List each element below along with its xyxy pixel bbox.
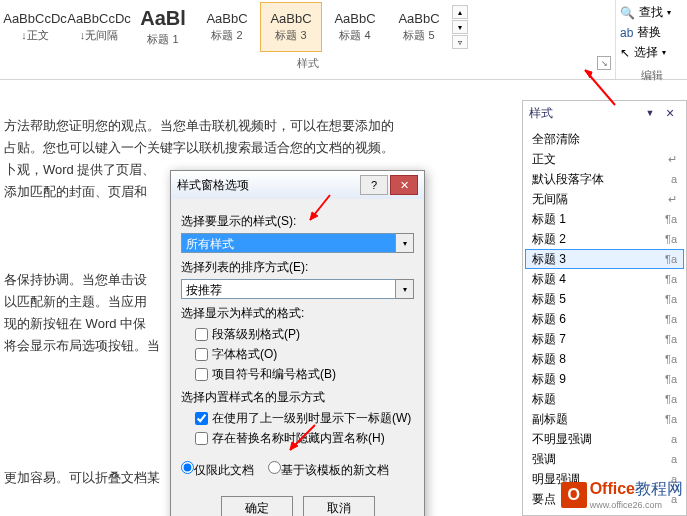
style-list-item[interactable]: 标题 4¶a [525,269,684,289]
style-list-item[interactable]: 标题 9¶a [525,369,684,389]
style-list-item[interactable]: 标题 5¶a [525,289,684,309]
styles-dialog-launcher[interactable]: ↘ [597,56,611,70]
style-list-item[interactable]: 默认段落字体a [525,169,684,189]
chevron-down-icon[interactable]: ▾ [396,279,414,299]
style-symbol: a [659,453,677,465]
style-gallery-item[interactable]: AaBbC标题 4 [324,2,386,52]
style-list-item[interactable]: 正文↵ [525,149,684,169]
pane-header: 样式 ▼ × [523,101,686,125]
pane-menu-icon[interactable]: ▼ [640,108,660,118]
replace-icon: ab [620,26,633,40]
sort-label: 选择列表的排序方式(E): [181,259,414,276]
style-preview: AaBbC [398,11,439,26]
cancel-button[interactable]: 取消 [303,496,375,516]
style-gallery-item[interactable]: AaBl标题 1 [132,2,194,52]
style-list-item[interactable]: 标题 7¶a [525,329,684,349]
dialog-title-text: 样式窗格选项 [177,177,358,194]
chevron-down-icon: ▾ [667,8,671,17]
close-button[interactable]: ✕ [390,175,418,195]
template-radio[interactable]: 基于该模板的新文档 [268,461,389,479]
this-doc-radio[interactable]: 仅限此文档 [181,461,254,479]
style-label: 标题 4 [339,28,370,43]
style-list-item[interactable]: 副标题¶a [525,409,684,429]
scroll-up-icon[interactable]: ▴ [452,5,468,19]
style-list-item[interactable]: 标题 1¶a [525,209,684,229]
style-list-item[interactable]: 标题¶a [525,389,684,409]
ok-button[interactable]: 确定 [221,496,293,516]
style-label: 标题 1 [147,32,178,47]
pane-title: 样式 [529,105,640,122]
style-symbol: ¶a [659,233,677,245]
style-symbol: ¶a [659,293,677,305]
style-list-item[interactable]: 全部清除 [525,129,684,149]
edit-group: 🔍查找▾ ab替换 ↖选择▾ 编辑 [615,0,687,79]
style-list-item[interactable]: 强调a [525,449,684,469]
style-symbol: ¶a [659,273,677,285]
dialog-titlebar[interactable]: 样式窗格选项 ? ✕ [171,171,424,199]
style-preview: AaBbC [334,11,375,26]
styles-pane: 样式 ▼ × 全部清除正文↵默认段落字体a无间隔↵标题 1¶a标题 2¶a标题 … [522,100,687,516]
search-icon: 🔍 [620,6,635,20]
style-list-item[interactable]: 标题 3¶a [525,249,684,269]
style-label: ↓无间隔 [80,28,119,43]
style-label: 标题 2 [211,28,242,43]
watermark: O Office教程网www.office26.com [561,479,683,510]
replace-button[interactable]: ab替换 [620,24,683,41]
style-label: 标题 3 [275,28,306,43]
find-button[interactable]: 🔍查找▾ [620,4,683,21]
style-symbol: ¶a [659,353,677,365]
chevron-down-icon[interactable]: ▾ [396,233,414,253]
style-symbol: ¶a [659,313,677,325]
style-gallery-item[interactable]: AaBbC标题 3 [260,2,322,52]
style-symbol: ¶a [659,213,677,225]
ribbon: AaBbCcDc↓正文AaBbCcDc↓无间隔AaBl标题 1AaBbC标题 2… [0,0,687,80]
help-button[interactable]: ? [360,175,388,195]
select-button[interactable]: ↖选择▾ [620,44,683,61]
style-list-item[interactable]: 无间隔↵ [525,189,684,209]
show-styles-select[interactable]: 所有样式 ▾ [181,233,414,253]
styles-group-label: 样式 ↘ [0,54,615,72]
dialog-body: 选择要显示的样式(S): 所有样式 ▾ 选择列表的排序方式(E): 按推荐 ▾ … [171,199,424,516]
style-pane-options-dialog: 样式窗格选项 ? ✕ 选择要显示的样式(S): 所有样式 ▾ 选择列表的排序方式… [170,170,425,516]
gallery-scroll: ▴▾▿ [452,2,468,52]
paragraph-format-checkbox[interactable] [195,328,208,341]
style-gallery-item[interactable]: AaBbC标题 5 [388,2,450,52]
style-symbol: a [659,173,677,185]
style-list-item[interactable]: 标题 8¶a [525,349,684,369]
format-label: 选择显示为样式的格式: [181,305,414,322]
style-symbol: ↵ [659,193,677,206]
group-label-text: 样式 [297,56,319,71]
builtin-label: 选择内置样式名的显示方式 [181,389,414,406]
scroll-down-icon[interactable]: ▾ [452,20,468,34]
style-gallery-item[interactable]: AaBbC标题 2 [196,2,258,52]
style-gallery-item[interactable]: AaBbCcDc↓无间隔 [68,2,130,52]
office-logo-icon: O [561,482,587,508]
style-preview: AaBbCcDc [3,11,67,26]
style-symbol: ¶a [659,333,677,345]
style-list-item[interactable]: 标题 6¶a [525,309,684,329]
expand-gallery-icon[interactable]: ▿ [452,35,468,49]
list-format-checkbox[interactable] [195,368,208,381]
styles-group: AaBbCcDc↓正文AaBbCcDc↓无间隔AaBl标题 1AaBbC标题 2… [0,0,615,79]
pane-close-icon[interactable]: × [660,105,680,121]
style-gallery: AaBbCcDc↓正文AaBbCcDc↓无间隔AaBl标题 1AaBbC标题 2… [0,0,615,54]
style-gallery-item[interactable]: AaBbCcDc↓正文 [4,2,66,52]
style-list-item[interactable]: 标题 2¶a [525,229,684,249]
next-heading-checkbox[interactable] [195,412,208,425]
hide-builtin-checkbox[interactable] [195,432,208,445]
style-preview: AaBbCcDc [67,11,131,26]
cursor-icon: ↖ [620,46,630,60]
style-preview: AaBl [140,7,186,30]
style-list: 全部清除正文↵默认段落字体a无间隔↵标题 1¶a标题 2¶a标题 3¶a标题 4… [523,125,686,513]
style-list-item[interactable]: 不明显强调a [525,429,684,449]
sort-value: 按推荐 [181,279,396,299]
doc-line: 方法帮助您证明您的观点。当您单击联机视频时，可以在想要添加的 [4,115,486,137]
style-symbol: ¶a [659,393,677,405]
style-preview: AaBbC [206,11,247,26]
edit-group-label: 编辑 [620,68,683,83]
style-symbol: a [659,433,677,445]
sort-select[interactable]: 按推荐 ▾ [181,279,414,299]
style-symbol: ↵ [659,153,677,166]
font-format-checkbox[interactable] [195,348,208,361]
style-preview: AaBbC [270,11,311,26]
